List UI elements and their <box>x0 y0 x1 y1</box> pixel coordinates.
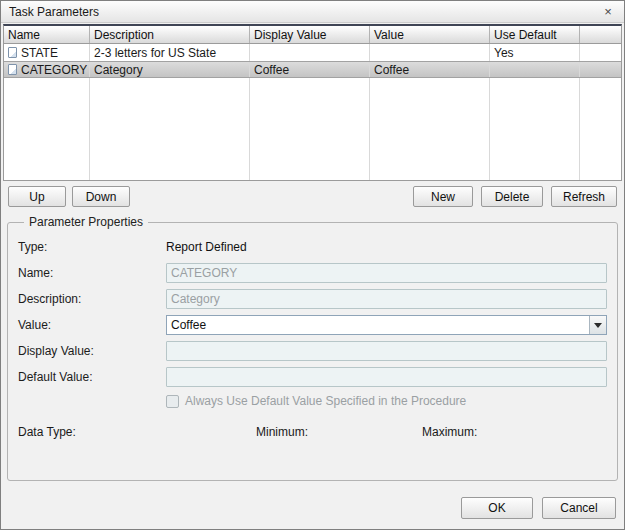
grid-header-row: Name Description Display Value Value Use… <box>4 26 621 44</box>
grid-toolbar-right: New Delete Refresh <box>413 186 617 207</box>
always-use-default-row: Always Use Default Value Specified in th… <box>166 393 607 409</box>
display-value-field <box>166 341 607 361</box>
value-combobox-text: Coffee <box>167 316 589 334</box>
cancel-button[interactable]: Cancel <box>542 497 616 519</box>
task-parameters-dialog: Task Parameters × Name Description Displ… <box>0 0 625 530</box>
table-row-category-selected[interactable]: CATEGORY Category Coffee Coffee <box>4 61 621 78</box>
cell-value: Coffee <box>370 62 490 77</box>
title-bar: Task Parameters × <box>1 1 624 23</box>
column-header-filler <box>580 26 621 43</box>
description-field <box>166 289 607 309</box>
description-row: Description: <box>18 289 607 309</box>
refresh-button[interactable]: Refresh <box>551 186 617 207</box>
display-value-row: Display Value: <box>18 341 607 361</box>
name-label: Name: <box>18 266 166 280</box>
value-label: Value: <box>18 318 166 332</box>
cell-filler <box>580 62 621 77</box>
parameter-properties-legend: Parameter Properties <box>24 215 148 229</box>
cell-use-default <box>490 62 580 77</box>
cell-value <box>370 44 490 61</box>
cell-display-value <box>250 44 370 61</box>
data-type-row: Data Type: Minimum: Maximum: <box>18 425 607 439</box>
value-row: Value: Coffee <box>18 315 607 335</box>
name-row: Name: <box>18 263 607 283</box>
down-button[interactable]: Down <box>72 186 130 207</box>
column-header-display-value: Display Value <box>250 26 370 43</box>
default-value-row: Default Value: <box>18 367 607 387</box>
document-icon <box>8 47 17 58</box>
parameters-grid: Name Description Display Value Value Use… <box>3 24 622 181</box>
value-combobox[interactable]: Coffee <box>166 315 607 335</box>
cell-display-value: Coffee <box>250 62 370 77</box>
dialog-title: Task Parameters <box>9 5 600 19</box>
delete-button[interactable]: Delete <box>481 186 543 207</box>
always-use-default-label: Always Use Default Value Specified in th… <box>185 394 466 408</box>
cell-name: CATEGORY <box>4 62 90 77</box>
always-use-default-checkbox <box>166 395 179 408</box>
cell-description: Category <box>90 62 250 77</box>
description-label: Description: <box>18 292 166 306</box>
grid-toolbar: Up Down New Delete Refresh <box>8 186 617 207</box>
default-value-label: Default Value: <box>18 370 166 384</box>
type-row: Type: Report Defined <box>18 237 607 257</box>
type-label: Type: <box>18 240 166 254</box>
ok-button[interactable]: OK <box>461 497 533 519</box>
grid-empty-area <box>4 78 621 180</box>
column-header-value: Value <box>370 26 490 43</box>
dropdown-arrow-icon[interactable] <box>589 316 606 334</box>
new-button[interactable]: New <box>413 186 473 207</box>
cell-description: 2-3 letters for US State <box>90 44 250 61</box>
parameter-properties-group: Parameter Properties Type: Report Define… <box>7 215 618 481</box>
minimum-label: Minimum: <box>256 425 422 439</box>
column-header-name: Name <box>4 26 90 43</box>
grid-body: STATE 2-3 letters for US State Yes CATEG… <box>4 44 621 180</box>
column-header-use-default: Use Default <box>490 26 580 43</box>
data-type-label: Data Type: <box>18 425 256 439</box>
document-icon <box>8 64 17 75</box>
cell-name: STATE <box>4 44 90 61</box>
cell-name-text: STATE <box>21 46 58 60</box>
name-field <box>166 263 607 283</box>
column-header-description: Description <box>90 26 250 43</box>
close-icon[interactable]: × <box>600 4 616 19</box>
type-value: Report Defined <box>166 240 247 254</box>
default-value-field <box>166 367 607 387</box>
up-button[interactable]: Up <box>8 186 66 207</box>
cell-use-default: Yes <box>490 44 580 61</box>
table-row-state[interactable]: STATE 2-3 letters for US State Yes <box>4 44 621 61</box>
cell-name-text: CATEGORY <box>21 63 87 77</box>
cell-filler <box>580 44 621 61</box>
maximum-label: Maximum: <box>422 425 607 439</box>
dialog-footer: OK Cancel <box>461 497 616 519</box>
display-value-label: Display Value: <box>18 344 166 358</box>
